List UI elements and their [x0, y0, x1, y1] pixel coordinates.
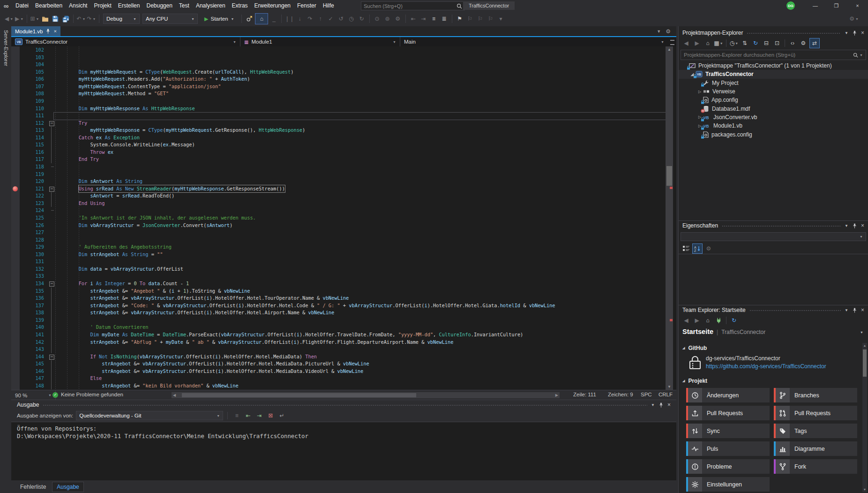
project-dropdown[interactable]: VB TrafficsConnector ▼: [11, 37, 240, 46]
tree-item-my-project[interactable]: My Project: [679, 79, 868, 87]
customize-toolbar-icon[interactable]: ⚙▼: [849, 14, 859, 24]
new-project-icon[interactable]: ⊞▼: [30, 14, 39, 24]
scrollbar-thumb[interactable]: [666, 166, 672, 186]
break-all-icon[interactable]: ❘❘: [284, 14, 294, 24]
menu-extras[interactable]: Extras: [229, 0, 251, 11]
active-files-dropdown-icon[interactable]: ▼: [657, 29, 661, 34]
attach-to-process-icon[interactable]: [245, 14, 254, 24]
editor-horizontal-scrollbar[interactable]: ◀ ▶: [172, 392, 560, 398]
fold-collapse-icon[interactable]: –: [49, 355, 54, 360]
hscrollbar-thumb[interactable]: [182, 393, 416, 397]
zoom-level-combo[interactable]: 90 %▼: [11, 390, 56, 400]
te-button-pull-requests[interactable]: Pull Requests: [686, 406, 770, 420]
property-pages-icon[interactable]: ⚙: [704, 244, 713, 253]
fold-collapse-icon[interactable]: –: [49, 281, 54, 287]
solution-platforms-combo[interactable]: Any CPU▼: [142, 14, 198, 24]
pin-icon[interactable]: [853, 308, 857, 313]
forward-icon[interactable]: ▶: [692, 38, 702, 48]
close-button[interactable]: ×: [847, 0, 868, 11]
github-repo-link[interactable]: https://github.com/dg-services/TrafficsC…: [706, 363, 826, 370]
pin-icon[interactable]: [853, 30, 857, 36]
window-position-icon[interactable]: ▼: [651, 403, 655, 407]
tool-options-icon[interactable]: ⚙: [393, 14, 403, 24]
menu-projekt[interactable]: Projekt: [90, 0, 114, 11]
te-button-branches[interactable]: Branches: [774, 388, 857, 402]
refresh-icon[interactable]: ↻: [729, 316, 739, 325]
panel-tab-fehlerliste[interactable]: Fehlerliste: [16, 482, 50, 492]
sync-icon[interactable]: ⇅: [740, 38, 749, 48]
nav-forward-icon[interactable]: ▶▼: [15, 14, 24, 24]
toolbar-overflow-icon[interactable]: ▾: [496, 14, 506, 24]
prev-bookmark-icon[interactable]: ⚐: [465, 14, 475, 24]
solution-search-input[interactable]: Projektmappen-Explorer durchsuchen (Strg…: [681, 50, 866, 60]
tree-item-trafficsconnector[interactable]: ◢VBTrafficsConnector: [679, 70, 868, 78]
bookmark-icon[interactable]: ⚑: [455, 14, 464, 24]
tree-item-jsonconverter-vb[interactable]: ▷VBJsonConverter.vb: [679, 113, 868, 121]
back-icon[interactable]: ◀: [681, 316, 691, 325]
save-icon[interactable]: [51, 14, 60, 24]
window-position-icon[interactable]: ▼: [845, 31, 848, 35]
scroll-up-icon[interactable]: ▲: [666, 47, 673, 52]
home-icon[interactable]: ⌂: [703, 38, 712, 48]
redo-icon[interactable]: ↷▼: [87, 14, 96, 24]
tree-item-app-config[interactable]: App.config: [679, 96, 868, 104]
minimize-button[interactable]: —: [805, 0, 826, 11]
step-into-icon[interactable]: ↓: [295, 14, 305, 24]
menu-analysieren[interactable]: Analysieren: [193, 0, 229, 11]
scroll-right-icon[interactable]: ▶: [555, 393, 558, 397]
fold-collapse-icon[interactable]: –: [49, 187, 54, 192]
search-icon[interactable]: [456, 3, 462, 9]
property-grid[interactable]: [679, 254, 868, 303]
history-icon[interactable]: ◷: [347, 14, 356, 24]
goto-message-icon[interactable]: ≡: [232, 411, 241, 420]
run-to-cursor-icon[interactable]: ✓: [326, 14, 336, 24]
categorized-icon[interactable]: [681, 244, 691, 253]
github-section-header[interactable]: ◢ GitHub: [679, 342, 861, 353]
close-icon[interactable]: ×: [861, 307, 864, 313]
te-button-puls[interactable]: Puls: [686, 441, 770, 456]
object-selector-combo[interactable]: ▼: [681, 232, 866, 241]
user-avatar[interactable]: DG: [786, 1, 795, 10]
forward-icon[interactable]: ▶: [692, 316, 702, 325]
close-icon[interactable]: ×: [861, 30, 864, 36]
decrease-indent-icon[interactable]: ⇤: [409, 14, 418, 24]
manage-connections-icon[interactable]: [714, 316, 723, 325]
te-button-pull-requests[interactable]: Pull Requests: [774, 406, 857, 420]
alphabetical-icon[interactable]: AZ: [692, 243, 703, 254]
window-position-icon[interactable]: ▼: [845, 308, 848, 312]
pin-icon[interactable]: [853, 223, 857, 228]
editor-vertical-scrollbar[interactable]: ▲ ▼: [666, 46, 673, 390]
scroll-down-icon[interactable]: ▼: [666, 385, 673, 389]
scroll-left-icon[interactable]: ◀: [173, 393, 176, 397]
previous-message-icon[interactable]: ⇤: [243, 411, 253, 420]
menu-bearbeiten[interactable]: Bearbeiten: [32, 0, 66, 11]
tree-item-verweise[interactable]: ▷Verweise: [679, 87, 868, 96]
word-wrap-icon[interactable]: ↵: [277, 411, 286, 420]
problems-status[interactable]: Keine Probleme gefunden: [61, 392, 123, 397]
project-section-header[interactable]: ◢ Projekt: [679, 375, 861, 386]
te-button-einstellungen[interactable]: Einstellungen: [686, 477, 770, 492]
sync-with-active-document-icon[interactable]: ⇄: [809, 38, 820, 48]
undo-icon[interactable]: ↶▼: [76, 14, 86, 24]
pin-icon[interactable]: [659, 402, 663, 408]
solution-configurations-combo[interactable]: Debug▼: [103, 14, 140, 24]
step-over-icon[interactable]: ↷: [306, 14, 315, 24]
chevron-down-icon[interactable]: ▼: [860, 331, 863, 334]
breakpoint-indicator[interactable]: [13, 186, 18, 191]
toolbar-dash-icon[interactable]: _: [269, 14, 278, 24]
window-position-icon[interactable]: ▼: [845, 224, 848, 228]
tree-item-database1-mdf[interactable]: Database1.mdf: [679, 104, 868, 113]
open-folder-icon[interactable]: [40, 14, 50, 24]
tree-item-packages-config[interactable]: packages.config: [679, 130, 868, 138]
view-code-icon[interactable]: ‹›: [788, 38, 797, 48]
save-all-icon[interactable]: [61, 14, 70, 24]
step-out-icon[interactable]: ↑: [316, 14, 325, 24]
start-debugging-button[interactable]: ▶Starten▼: [201, 14, 237, 23]
scrollbar-thumb[interactable]: [863, 349, 867, 377]
pending-changes-filter-icon[interactable]: ◷▼: [729, 38, 739, 48]
restore-button[interactable]: ❐: [826, 0, 847, 11]
output-source-combo[interactable]: Quellcodeverwaltung - Git▼: [76, 411, 223, 420]
clear-bookmarks-icon[interactable]: ⚐: [486, 14, 495, 24]
output-text[interactable]: Öffnen von Repositorys:D:\Workspaces\Pro…: [11, 422, 676, 443]
next-message-icon[interactable]: ⇥: [254, 411, 264, 420]
